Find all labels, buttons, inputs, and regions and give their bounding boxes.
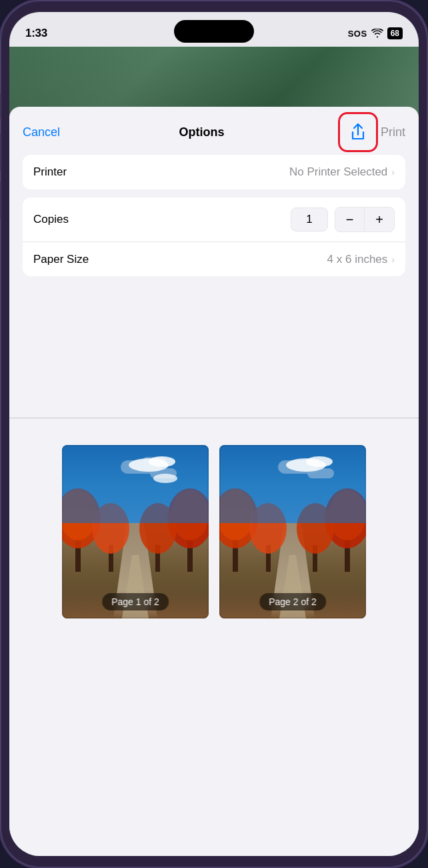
sos-indicator: SOS	[348, 29, 367, 39]
cancel-button[interactable]: Cancel	[23, 125, 60, 139]
paper-size-row[interactable]: Paper Size 4 x 6 inches ›	[23, 242, 405, 276]
phone-screen: 1:33 SOS 68 Cancel	[9, 12, 419, 856]
tree-scene-2	[219, 445, 366, 618]
preview-page-2[interactable]: Page 2 of 2	[219, 445, 366, 618]
printer-label: Printer	[33, 165, 67, 179]
battery-indicator: 68	[387, 27, 403, 39]
printer-group: Printer No Printer Selected ›	[23, 155, 405, 189]
paper-size-value: 4 x 6 inches ›	[327, 253, 395, 266]
silent-switch[interactable]	[0, 93, 1, 119]
svg-point-13	[149, 456, 175, 467]
preview-page-1[interactable]: Page 1 of 2	[62, 445, 209, 618]
volume-down-button[interactable]	[0, 181, 1, 219]
modal-sheet: Cancel Options Print	[9, 107, 419, 856]
preview-area: Page 1 of 2	[9, 432, 419, 618]
nav-bar: Cancel Options Print	[9, 107, 419, 155]
printer-row[interactable]: Printer No Printer Selected ›	[23, 155, 405, 189]
status-time: 1:33	[25, 27, 47, 40]
printer-chevron-icon: ›	[391, 167, 395, 177]
page-1-image	[62, 445, 209, 618]
printer-value-text: No Printer Selected	[289, 165, 387, 179]
print-button[interactable]: Print	[381, 125, 405, 139]
page-1-label: Page 1 of 2	[102, 593, 169, 610]
wifi-icon	[371, 29, 383, 38]
empty-space	[9, 284, 419, 418]
volume-up-button[interactable]	[0, 133, 1, 171]
share-icon	[350, 123, 366, 141]
page-2-label: Page 2 of 2	[259, 593, 326, 610]
status-icons: SOS 68	[348, 27, 403, 39]
printer-value: No Printer Selected ›	[289, 165, 395, 179]
paper-size-value-text: 4 x 6 inches	[327, 253, 388, 266]
copies-controls: 1 − +	[291, 207, 395, 232]
nav-title: Options	[179, 125, 225, 139]
svg-point-28	[306, 456, 333, 467]
copies-value-box: 1	[291, 207, 328, 232]
svg-point-14	[153, 474, 177, 483]
trees-svg-2	[219, 445, 366, 618]
share-button-wrapper	[343, 117, 373, 147]
copies-label: Copies	[33, 213, 69, 226]
nav-right: Print	[343, 117, 405, 147]
divider	[9, 418, 419, 418]
battery-level: 68	[391, 29, 399, 38]
trees-svg	[62, 445, 209, 618]
copies-decrement-button[interactable]: −	[335, 207, 365, 232]
copies-row: Copies 1 − +	[23, 197, 405, 242]
copies-increment-button[interactable]: +	[365, 207, 394, 232]
tree-scene-1	[62, 445, 209, 618]
paper-size-label: Paper Size	[33, 253, 89, 266]
phone-frame: 1:33 SOS 68 Cancel	[0, 0, 428, 868]
share-button[interactable]	[343, 117, 373, 147]
options-group: Copies 1 − + Paper Size 4 x 6 inc	[23, 197, 405, 276]
page-2-image	[219, 445, 366, 618]
copies-value: 1	[306, 213, 312, 226]
svg-rect-11	[62, 445, 209, 523]
copies-stepper: − +	[335, 207, 395, 232]
dynamic-island	[174, 20, 254, 43]
svg-rect-26	[219, 445, 366, 523]
paper-size-chevron-icon: ›	[391, 254, 395, 265]
